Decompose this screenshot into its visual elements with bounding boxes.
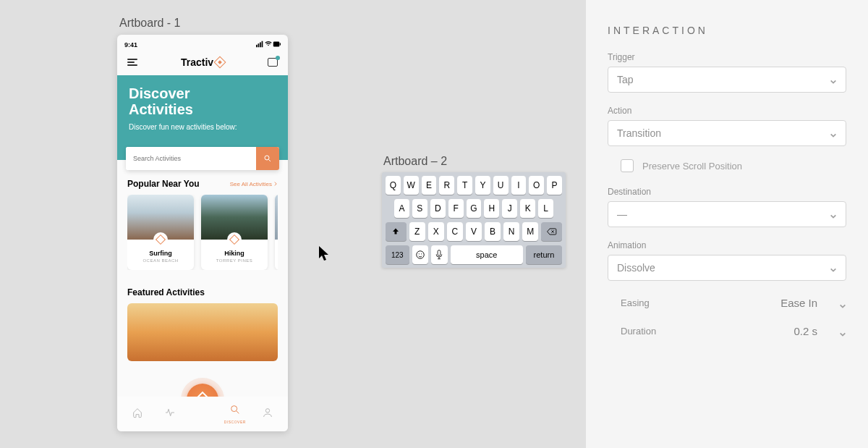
card-name: Hiking [201,250,268,257]
key-v[interactable]: V [466,222,482,241]
activity-card[interactable]: Surfing OCEAN BEACH [127,195,194,270]
tab-home[interactable] [126,407,149,421]
svg-rect-0 [256,45,258,47]
key-r[interactable]: R [439,176,454,195]
svg-line-7 [269,160,271,162]
key-y[interactable]: Y [475,176,490,195]
card-location: TORREY PINES [201,258,268,263]
panel-title: INTERACTION [608,25,846,36]
artboard-1-label[interactable]: Artboard - 1 [119,17,180,30]
section-title: Popular Near You [127,179,200,189]
chevron-down-icon [830,130,837,137]
key-j[interactable]: J [502,199,517,218]
animation-select[interactable]: Dissolve [608,255,846,281]
action-select[interactable]: Transition [608,120,846,146]
tab-discover[interactable]: DISCOVER [224,404,247,424]
design-canvas[interactable]: Artboard - 1 Artboard – 2 9:41 Tractiv [0,0,586,448]
shift-key[interactable] [386,222,407,241]
user-icon [262,407,273,418]
preserve-scroll-row[interactable]: Preserve Scroll Position [621,159,846,172]
numbers-key[interactable]: 123 [386,245,409,264]
svg-rect-4 [273,42,280,47]
backspace-icon [547,227,557,236]
key-a[interactable]: A [394,199,409,218]
backspace-key[interactable] [541,222,562,241]
duration-label: Duration [621,326,656,337]
key-s[interactable]: S [412,199,427,218]
svg-rect-14 [438,250,441,256]
trigger-select[interactable]: Tap [608,67,846,93]
key-f[interactable]: F [448,199,464,218]
svg-line-9 [237,411,239,413]
search-button[interactable] [256,147,279,170]
artboard-2-keyboard[interactable]: QWERTYUIOP ASDFGHJKL ZXCVBNM 123 space r… [382,172,566,268]
key-b[interactable]: B [485,222,501,241]
svg-rect-3 [262,41,263,48]
key-q[interactable]: Q [386,176,401,195]
chevron-down-icon [839,328,846,335]
artboard-2-label[interactable]: Artboard – 2 [383,155,447,168]
key-p[interactable]: P [547,176,562,195]
easing-value: Ease In [780,297,817,309]
key-z[interactable]: Z [409,222,425,241]
key-w[interactable]: W [404,176,419,195]
svg-rect-5 [280,43,281,45]
menu-icon[interactable] [127,59,137,66]
duration-value: 0.2 s [793,325,817,337]
key-m[interactable]: M [522,222,538,241]
duration-row[interactable]: Duration 0.2 s [608,325,846,337]
easing-row[interactable]: Easing Ease In [608,297,846,309]
chevron-down-icon [830,211,837,218]
key-l[interactable]: L [538,199,553,218]
hero-title: DiscoverActivities [129,85,276,117]
shift-icon [391,227,400,236]
artboard-1-phone[interactable]: 9:41 Tractiv DiscoverActivities Discover [117,35,288,431]
emoji-key[interactable] [412,245,429,264]
mic-key[interactable] [431,245,448,264]
see-all-link[interactable]: See All Activities [230,181,278,187]
key-u[interactable]: U [493,176,509,195]
card-location: OCEAN BEACH [127,258,194,263]
activity-card[interactable]: Hiking TORREY PINES [201,195,268,270]
svg-rect-1 [258,43,260,47]
key-t[interactable]: T [457,176,472,195]
featured-title: Featured Activities [127,287,278,297]
tab-activity[interactable] [158,407,182,421]
preserve-scroll-checkbox[interactable] [621,159,634,172]
space-key[interactable]: space [451,245,523,264]
key-h[interactable]: H [484,199,499,218]
card-badge-icon [227,232,242,247]
status-icons [256,41,281,49]
key-e[interactable]: E [422,176,437,195]
phone-status-bar: 9:41 [117,35,288,52]
key-g[interactable]: G [467,199,482,218]
easing-label: Easing [621,297,650,308]
activity-card[interactable] [275,195,278,270]
card-image [275,195,278,240]
svg-point-8 [231,406,237,412]
trigger-label: Trigger [608,52,846,62]
phone-header: Tractiv [117,52,288,75]
destination-select[interactable]: — [608,201,846,227]
return-key[interactable]: return [526,245,562,264]
tab-profile[interactable] [256,407,279,421]
emoji-icon [415,250,425,260]
key-i[interactable]: I [511,176,527,195]
animation-label: Animation [608,240,846,250]
key-n[interactable]: N [503,222,519,241]
key-o[interactable]: O [529,176,544,195]
search-icon [229,404,241,415]
card-name: Surfing [127,250,194,257]
svg-point-11 [417,251,425,259]
mic-icon [435,250,443,260]
key-c[interactable]: C [447,222,463,241]
featured-image[interactable] [127,303,278,361]
chevron-down-icon [839,300,846,307]
search-input[interactable] [126,147,256,170]
chevron-right-icon [273,182,278,186]
key-d[interactable]: D [430,199,446,218]
key-x[interactable]: X [428,222,444,241]
search-bar[interactable] [126,147,279,170]
inbox-icon[interactable] [268,58,278,67]
key-k[interactable]: K [520,199,535,218]
